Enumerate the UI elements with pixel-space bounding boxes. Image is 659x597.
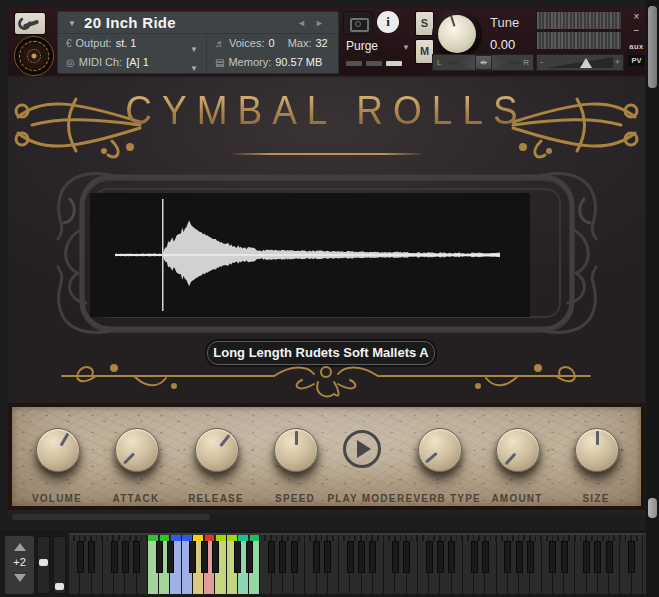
instrument-name-title: CYMBAL ROLLS <box>8 88 645 133</box>
black-key[interactable] <box>122 541 129 573</box>
octave-up-icon[interactable] <box>14 543 26 551</box>
tune-value[interactable]: 0.00 <box>490 37 515 52</box>
scrollbar-thumb-bottom[interactable] <box>648 498 657 518</box>
black-key[interactable] <box>156 541 163 573</box>
prev-instrument-icon[interactable]: ◄ <box>297 18 306 28</box>
key-range-mark <box>238 535 248 541</box>
black-key[interactable] <box>369 541 376 573</box>
key-range-mark <box>148 535 158 541</box>
pv-button[interactable]: PV <box>628 55 645 66</box>
instrument-logo <box>14 36 54 76</box>
memory-row: ▤Memory:90.57 MB <box>207 53 338 72</box>
black-key[interactable] <box>358 541 365 573</box>
octave-shift-value: +2 <box>5 556 34 568</box>
close-icon[interactable]: × <box>628 11 645 22</box>
octave-down-icon[interactable] <box>14 574 26 582</box>
speed-knob[interactable] <box>274 428 318 472</box>
memory-value: 90.57 MB <box>275 56 322 68</box>
black-key[interactable] <box>549 541 556 573</box>
black-key[interactable] <box>403 541 410 573</box>
chevron-down-icon[interactable]: ▼ <box>68 19 76 28</box>
amount-knob[interactable] <box>496 428 540 472</box>
key-range-mark <box>216 535 226 541</box>
pan-slider[interactable]: L R ◂|▸ <box>432 54 534 71</box>
black-key[interactable] <box>606 541 613 573</box>
tune-knob[interactable] <box>432 9 482 59</box>
meter-segment <box>366 61 382 66</box>
black-key[interactable] <box>448 541 455 573</box>
black-key[interactable] <box>77 541 84 573</box>
midi-channel-select[interactable]: ◎MIDI Ch:[A] 1 ▼ <box>58 53 206 72</box>
attack-knob[interactable] <box>115 428 159 472</box>
black-key[interactable] <box>291 541 298 573</box>
keyboard-keys <box>69 541 643 594</box>
instrument-title[interactable]: 20 Inch Ride <box>84 14 176 31</box>
black-key[interactable] <box>437 541 444 573</box>
vertical-scrollbar <box>646 0 659 597</box>
chevron-down-icon: ▼ <box>402 43 410 52</box>
black-key[interactable] <box>482 541 489 573</box>
black-key[interactable] <box>561 541 568 573</box>
black-key[interactable] <box>133 541 140 573</box>
minimize-icon[interactable]: − <box>628 25 645 36</box>
play-mode-slot: PLAY MODE <box>322 407 402 506</box>
output-select[interactable]: €Output:st. 1 ▼ <box>58 34 206 53</box>
size-knob[interactable] <box>575 428 619 472</box>
horizontal-scrollbar-thumb[interactable] <box>12 514 210 520</box>
instrument-header: ▼ 20 Inch Ride ◄ ► €Output:st. 1 ▼ ◎MIDI… <box>8 8 645 75</box>
black-key[interactable] <box>594 541 601 573</box>
size-knob-label: SIZE <box>548 493 644 504</box>
meter-segment <box>346 61 362 66</box>
black-key[interactable] <box>246 541 253 573</box>
level-meter-left <box>536 11 622 30</box>
black-key[interactable] <box>313 541 320 573</box>
black-key[interactable] <box>516 541 523 573</box>
voices-icon: ♬ <box>215 38 225 49</box>
release-knob[interactable] <box>195 428 239 472</box>
black-key[interactable] <box>527 541 534 573</box>
black-key[interactable] <box>88 541 95 573</box>
keyboard-slider-1[interactable] <box>37 536 50 594</box>
play-mode-button[interactable] <box>343 430 381 468</box>
black-key[interactable] <box>212 541 219 573</box>
waveform <box>90 193 530 317</box>
volume-knob[interactable] <box>36 428 80 472</box>
volume-slider[interactable]: - + <box>536 54 624 71</box>
black-key[interactable] <box>268 541 275 573</box>
snapshot-button[interactable] <box>343 11 373 35</box>
black-key[interactable] <box>426 541 433 573</box>
black-key[interactable] <box>583 541 590 573</box>
info-button[interactable]: i <box>377 11 399 33</box>
black-key[interactable] <box>279 541 286 573</box>
waveform-display[interactable] <box>90 193 530 317</box>
black-key[interactable] <box>189 541 196 573</box>
chevron-down-icon[interactable]: ▼ <box>190 59 198 78</box>
key-range-mark <box>171 535 181 541</box>
black-key[interactable] <box>111 541 118 573</box>
reverb-type-knob-slot: REVERB TYPE <box>399 407 479 506</box>
scrollbar-thumb-top[interactable] <box>648 6 657 88</box>
black-key[interactable] <box>201 541 208 573</box>
pan-handle[interactable]: ◂|▸ <box>475 55 492 70</box>
black-key[interactable] <box>392 541 399 573</box>
black-key[interactable] <box>504 541 511 573</box>
aux-button[interactable]: aux <box>628 42 645 51</box>
black-key[interactable] <box>234 541 241 573</box>
black-key[interactable] <box>324 541 331 573</box>
black-key[interactable] <box>347 541 354 573</box>
midi-icon: ◎ <box>66 57 75 68</box>
next-instrument-icon[interactable]: ► <box>315 18 324 28</box>
purge-meters <box>346 61 402 66</box>
purge-menu[interactable]: Purge▼ <box>346 39 410 53</box>
black-key[interactable] <box>167 541 174 573</box>
black-key[interactable] <box>471 541 478 573</box>
slider-handle[interactable] <box>39 559 48 566</box>
edit-instrument-button[interactable] <box>14 12 46 35</box>
keyboard-slider-2[interactable] <box>53 536 66 594</box>
key-range-mark <box>182 535 192 541</box>
title-underline <box>232 153 422 155</box>
slider-handle[interactable] <box>55 583 64 590</box>
black-key[interactable] <box>628 541 635 573</box>
reverb-type-knob[interactable] <box>418 428 462 472</box>
volume-slider-handle[interactable] <box>580 58 592 68</box>
